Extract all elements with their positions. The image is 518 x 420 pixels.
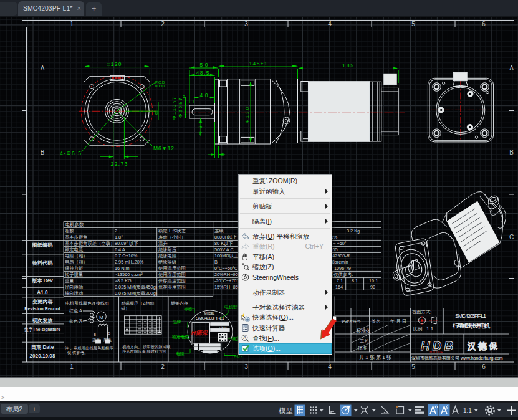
svg-text:6: 6 xyxy=(482,21,486,27)
svg-text:8: 8 xyxy=(155,111,158,115)
svg-text:保存温度范围: 保存温度范围 xyxy=(158,278,186,284)
svg-text:年 月 日: 年 月 日 xyxy=(390,318,406,324)
svg-text:4: 4 xyxy=(328,21,332,27)
svg-text:签字The signature: 签字The signature xyxy=(24,327,60,332)
svg-text:额定电流: 额定电流 xyxy=(172,335,189,340)
svg-text:≈13560 g.cm²: ≈13560 g.cm² xyxy=(115,272,143,277)
svg-text:2020.10.08: 2020.10.08 xyxy=(30,353,55,359)
svg-text:使用温度范围: 使用温度范围 xyxy=(158,265,186,271)
svg-text:视图方式:: 视图方式: xyxy=(412,309,431,315)
svg-text:M: M xyxy=(99,315,103,320)
svg-text:0.7 Ω±10%: 0.7 Ω±10% xyxy=(115,253,138,259)
svg-text:额定电流: 额定电流 xyxy=(65,247,84,252)
svg-text:重量: 重量 xyxy=(65,278,74,284)
svg-text:图纸编码: 图纸编码 xyxy=(32,242,54,248)
svg-text:Φ35: Φ35 xyxy=(198,120,203,135)
svg-text:B: B xyxy=(214,259,218,265)
svg-text:红色 A: 红色 A xyxy=(69,308,82,313)
svg-text:共 1 张 第 1 张: 共 1 张 第 1 张 xyxy=(359,355,391,360)
svg-text:P.C.D: P.C.D xyxy=(155,80,165,84)
svg-text:B: B xyxy=(509,149,514,156)
svg-text:-20°C~+70°: -20°C~+70° xyxy=(214,278,238,284)
svg-text:绝缘电阻: 绝缘电阻 xyxy=(158,253,176,259)
svg-text:物料代码: 物料代码 xyxy=(32,260,54,266)
svg-text:绝缘耐压: 绝缘耐压 xyxy=(158,247,177,252)
svg-text:2.95 mH±20%: 2.95 mH±20% xyxy=(115,259,144,265)
svg-text:6: 6 xyxy=(482,363,486,370)
svg-text:相数: 相数 xyxy=(65,228,74,234)
svg-text:B: B xyxy=(94,333,96,336)
svg-text:22.73: 22.73 xyxy=(111,161,128,167)
svg-text:电阻（相）: 电阻（相） xyxy=(65,253,87,259)
svg-text:仅 供参考。: 仅 供参考。 xyxy=(67,350,88,355)
svg-text:励磁顺序（2相励: 励磁顺序（2相励 xyxy=(121,301,154,306)
svg-text:500V A.C: 500V A.C xyxy=(214,247,234,252)
svg-text:标准化: 标准化 xyxy=(356,328,371,333)
svg-text:Φ120: Φ120 xyxy=(244,107,250,123)
svg-text:4: 4 xyxy=(328,363,332,370)
svg-text:48.5: 48.5 xyxy=(196,70,209,76)
svg-text:145±1: 145±1 xyxy=(249,60,267,67)
svg-text:连续: 连续 xyxy=(214,228,224,234)
svg-text:5: 5 xyxy=(411,363,415,370)
svg-text:A: A xyxy=(41,65,45,72)
svg-text:1:1: 1:1 xyxy=(426,326,434,332)
svg-text:□120: □120 xyxy=(107,61,122,67)
svg-text:Φ25h7: Φ25h7 xyxy=(178,97,183,118)
svg-text:Φ130: Φ130 xyxy=(155,84,165,88)
svg-text:185: 185 xyxy=(342,62,353,69)
svg-text:4-Φ6.5: 4-Φ6.5 xyxy=(60,150,81,156)
svg-text:1.8°: 1.8° xyxy=(115,234,123,240)
svg-text:10:1: 10:1 xyxy=(369,278,378,284)
svg-text:品牌: 品牌 xyxy=(173,320,181,325)
svg-text:基本步距角误差（空载）: 基本步距角误差（空载） xyxy=(65,241,115,246)
svg-text:ITF25: ITF25 xyxy=(219,326,227,329)
svg-text:H德保: H德保 xyxy=(191,329,208,336)
svg-text:号仅供参考.: 号仅供参考. xyxy=(329,272,353,277)
svg-text:4: 4 xyxy=(221,151,224,157)
svg-text:轴向跳动: 轴向跳动 xyxy=(64,290,83,296)
svg-text:0.075 MM(负载200g): 0.075 MM(负载200g) xyxy=(115,290,157,296)
svg-text:电机参数: 电机参数 xyxy=(65,222,84,227)
svg-text:B: B xyxy=(41,149,45,156)
svg-text:3.2 Kg: 3.2 Kg xyxy=(347,228,360,234)
svg-text:1: 1 xyxy=(70,21,74,27)
svg-text:B̅: B̅ xyxy=(108,332,110,335)
svg-text:100MΩ以上: 100MΩ以上 xyxy=(214,253,238,259)
svg-text:5: 5 xyxy=(183,94,185,98)
svg-text:行星减速步进电机: 行星减速步进电机 xyxy=(452,322,491,329)
svg-text:A: A xyxy=(509,65,514,72)
svg-text:Revision Record: Revision Record xyxy=(24,306,60,312)
svg-text:汉德保: 汉德保 xyxy=(467,341,498,351)
svg-text:A1.0: A1.0 xyxy=(37,290,48,295)
svg-text:SMC4203PF-L1: SMC4203PF-L1 xyxy=(455,313,486,319)
svg-text:转子惯量: 转子惯量 xyxy=(64,272,83,277)
svg-text:模型: 模型 xyxy=(279,407,293,414)
svg-text:6.4 A: 6.4 A xyxy=(115,247,125,252)
svg-text:0°C~+50°C: 0°C~+50°C xyxy=(214,265,237,271)
svg-text:2: 2 xyxy=(161,363,165,370)
svg-text:标签: 标签 xyxy=(183,307,193,312)
svg-text:温升: 温升 xyxy=(158,241,168,246)
svg-text:3: 3 xyxy=(244,21,248,27)
svg-text:更改X符号: 更改X符号 xyxy=(341,319,361,324)
svg-text:深圳市德智高新有限公司 www.handerburg.com: 深圳市德智高新有限公司 www.handerburg.com xyxy=(411,355,503,361)
svg-text:电机引线颜色及接线图: 电机引线颜色及接线图 xyxy=(65,301,109,306)
svg-text:C: C xyxy=(509,234,514,241)
svg-text:1: 1 xyxy=(70,363,74,370)
svg-text:径向跳动: 径向跳动 xyxy=(65,284,83,290)
svg-text:变更内容: 变更内容 xyxy=(32,298,54,305)
svg-text:初次发放: 初次发放 xyxy=(32,318,54,323)
svg-text:绝缘等级: 绝缘等级 xyxy=(158,259,176,265)
svg-text:≈8.5 KG: ≈8.5 KG xyxy=(115,278,132,284)
svg-text:批准: 批准 xyxy=(358,345,367,351)
svg-text:5: 5 xyxy=(411,21,415,27)
svg-text:保存湿度范围: 保存湿度范围 xyxy=(158,284,186,290)
svg-text:签名: 签名 xyxy=(372,318,381,324)
svg-text:磁）: 磁） xyxy=(121,306,130,311)
svg-text:蓝色 A̅: 蓝色 A̅ xyxy=(69,319,82,324)
svg-text:1:1: 1:1 xyxy=(463,407,472,414)
svg-text:50: 50 xyxy=(200,62,208,68)
svg-text:使用湿度范围: 使用湿度范围 xyxy=(158,272,186,277)
svg-text:基本步距角: 基本步距角 xyxy=(65,234,87,240)
